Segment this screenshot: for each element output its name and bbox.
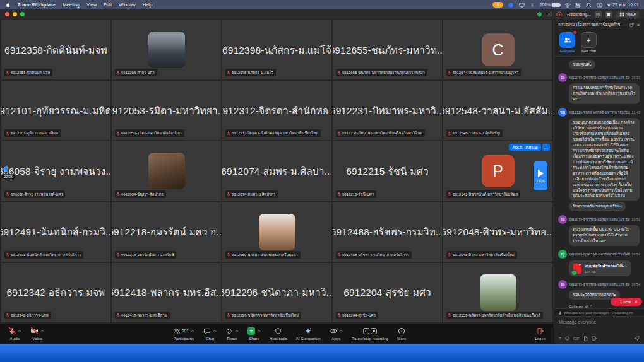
participant-avatar-photo — [148, 153, 185, 189]
participant-tile[interactable]: C6912644-เฉลิมเกียรติ-มหาวิทยาลัยบูรพา — [443, 20, 552, 79]
toolbar-host-tools-button[interactable]: Host tools — [265, 324, 292, 344]
wifi-icon[interactable] — [564, 2, 571, 8]
participant-tile[interactable]: 6912296-ชนิดาภา-มหาวิ...6912296-ชนิดาภา-… — [222, 263, 331, 322]
window-close-button[interactable] — [5, 12, 9, 16]
battery-indicator[interactable]: 100% — [540, 3, 560, 7]
chat-more-icon[interactable]: ⋯ — [623, 23, 627, 27]
pause-recording-button[interactable] — [595, 11, 602, 18]
menu-item-meeting[interactable]: Meeting — [63, 2, 80, 8]
tab-everyone[interactable]: Everyone — [559, 32, 575, 53]
dismiss-icon[interactable]: ✕ — [634, 300, 638, 305]
menu-clock[interactable]: พ. 27 พ.ย. 16:01 — [607, 1, 639, 8]
participant-tile[interactable]: 6912053-รมิตา-มหาวิทยา...6912053-รมิตา-ม… — [112, 81, 221, 140]
participant-name-text: 6912358-กิตตินันท์-มจพ — [11, 69, 50, 76]
chevron-up-icon[interactable] — [40, 329, 44, 332]
participant-tile[interactable]: 6912253-นลิตรา-มหาวิทยาลัยหัวเฉียวเฉลิมพ… — [443, 263, 552, 322]
participant-tile[interactable]: 6912655-ชนภัทร-มหาวิท...6912655-ชนภัทร-ม… — [333, 20, 442, 79]
stop-recording-button[interactable] — [605, 11, 612, 18]
toolbar-share-button[interactable]: Share — [243, 324, 265, 344]
input-source-icon[interactable] — [597, 2, 603, 8]
chevron-up-icon[interactable] — [339, 329, 343, 332]
toolbar-pause-stop-recording-button[interactable]: Pause/stop recording — [347, 324, 393, 344]
menu-item-window[interactable]: Window — [119, 2, 136, 8]
participant-tile[interactable]: 6912548-วาสนา-ม.อัสสัม...6912548-วาสนา-ม… — [443, 81, 552, 140]
app-status-icon[interactable] — [508, 2, 514, 8]
participant-name-label: 6912358-กิตตินันท์-มจพ — [4, 69, 52, 76]
participant-tile[interactable]: 6912342-อธิกวาร-มจพ6912342-อธิกวาร-มจพ — [1, 263, 110, 322]
mic-in-use-indicator[interactable] — [492, 2, 503, 8]
chat-message-list[interactable]: ขอบคุณค่ะจธ6912073-จุฑารัตน์-มอสมุท จอดิ… — [554, 57, 644, 308]
gallery-prev-page-button[interactable]: 22/26 — [2, 165, 15, 179]
control-center-icon[interactable] — [575, 2, 581, 8]
emoji-icon[interactable] — [565, 336, 569, 341]
apple-logo-icon[interactable] — [5, 2, 11, 8]
toolbar-chat-button[interactable]: Chat — [199, 324, 221, 344]
participant-tile[interactable]: 6912491-นันทนิกส์-กรมวิ...6912491-นันทนิ… — [1, 202, 110, 262]
chat-popout-icon[interactable] — [629, 23, 634, 27]
tab-new-chat[interactable]: + New chat — [581, 32, 597, 53]
bluetooth-icon[interactable]: ᛒ — [529, 2, 535, 8]
chat-input-area[interactable]: Message everyone T GIF — [554, 316, 644, 344]
participant-tile[interactable]: 6912218-อมรรัตน์ มศว อ...6912218-อมรรัตน… — [112, 202, 221, 262]
window-minimize-button[interactable] — [13, 12, 17, 16]
window-zoom-button[interactable] — [20, 12, 25, 16]
chevron-up-icon[interactable] — [213, 329, 217, 332]
participant-tile[interactable]: 6912215-รัชนี-มศว6912215-รัชนี-มศว — [333, 141, 442, 201]
menu-item-view[interactable]: View — [86, 2, 97, 8]
menu-item-edit[interactable]: Edit — [104, 2, 112, 8]
chevron-up-icon[interactable] — [257, 329, 261, 332]
chat-close-icon[interactable]: ✕ — [636, 23, 640, 27]
participant-tile[interactable]: 6912312-จิตรดา-สำนักหอ...6912312-จิตรดา-… — [222, 81, 331, 140]
participant-tile[interactable]: 6912101-อุทัยวรรณ-ม.มหิดล6912101-อุทัยวร… — [1, 81, 110, 140]
encryption-shield-icon[interactable] — [537, 11, 542, 18]
toolbar-react-button[interactable]: React — [221, 324, 243, 344]
participant-tile[interactable]: 6912204-สุรชัย-มศว6912204-สุรชัย-มศว — [333, 263, 442, 322]
view-button[interactable]: View — [616, 11, 639, 18]
sender-avatar: จธ — [558, 215, 567, 224]
participant-tile[interactable]: 6912398-นภัสกร-ม.แม่โจ้6912398-นภัสกร-ม.… — [222, 20, 331, 79]
participant-tile[interactable]: 6912650-นาตยา มรภ.พระนครศรีอยุธยา — [222, 202, 331, 262]
connection-quality-icon[interactable] — [546, 11, 552, 17]
participant-tile[interactable]: 6912024-ชัญญา-ศิลปากร — [112, 141, 221, 201]
file-attachment-card[interactable]: แบบฟอร์มคำนวณGO-...104 KB — [569, 260, 631, 276]
toolbar-item-label: Participants — [174, 336, 194, 341]
recording-cloud-icon — [556, 11, 563, 17]
attach-file-icon[interactable] — [583, 336, 588, 341]
toolbar-participants-button[interactable]: 601Participants — [169, 324, 199, 344]
participant-tile[interactable]: 6912231-ปัทมาพร-มหาวิ...6912231-ปัทมาพร-… — [333, 81, 442, 140]
toolbar-apps-button[interactable]: Apps — [325, 324, 347, 344]
format-text-icon[interactable]: T — [559, 337, 561, 341]
send-message-icon[interactable] — [634, 336, 640, 341]
participant-tile[interactable]: 6912048-ศิวพร-มหาวิทย...6912048-ศิวพร-มห… — [443, 202, 552, 262]
menu-item-help[interactable]: Help — [143, 2, 152, 8]
menu-item-zoom-workplace[interactable]: Zoom Workplace — [18, 2, 56, 8]
chevron-up-icon[interactable] — [18, 329, 21, 332]
chevron-up-icon[interactable] — [191, 329, 194, 332]
chat-privacy-text[interactable]: Who can see your messages? Recording on — [564, 311, 633, 315]
participant-name-text: 6912296-ชนิดาภา-มหาวิทยาลัยเชียงใหม่ — [232, 312, 299, 318]
sender-name: 6912126-ชยุตม์ พฤกษ์ดี-มหาวิทยาลัยเชียงใ… — [569, 110, 630, 115]
participant-tile[interactable]: 686058-จิรายุ งามพจนวง...686058-จิรายุ ง… — [1, 141, 110, 201]
chevron-up-icon[interactable] — [235, 329, 239, 332]
gallery-next-page-button[interactable]: 23/26 — [534, 161, 547, 190]
participant-name-label: 6912312-จิตรดา-สำนักหอสมุด มหาวิทยาลัยเช… — [225, 129, 321, 137]
new-messages-pill[interactable]: ↓1 new✕ — [611, 298, 642, 306]
participant-tile[interactable]: 6912418-พลากร-มทร.อีส...6912418-พลากร-มท… — [112, 263, 221, 322]
screenshot-icon[interactable] — [592, 336, 597, 341]
participant-tile[interactable]: 6912488-อรัชพร-กรมวิท...6912488-อรัชพร-ก… — [333, 202, 442, 262]
participant-tile[interactable]: 6912206-ศิวกร-มศว — [112, 20, 221, 79]
spotlight-search-icon[interactable] — [586, 2, 592, 8]
toolbar-video-button[interactable]: Video — [26, 324, 49, 344]
leave-button[interactable]: Leave — [530, 324, 550, 344]
gif-icon[interactable]: GIF — [573, 337, 580, 341]
ask-to-unmute-button[interactable]: Ask to unmute — [509, 144, 540, 151]
display-icon[interactable] — [518, 2, 525, 8]
ask-more-button[interactable]: … — [542, 144, 550, 151]
toolbar-ai-companion-button[interactable]: AI Companion — [292, 324, 325, 344]
message-input-placeholder[interactable]: Message everyone — [559, 320, 640, 333]
participant-tile[interactable]: 6912074-สมพร-ม.ศิลปา...6912074-สมพร-ม.ศิ… — [222, 141, 331, 201]
participant-tile[interactable]: 6912358-กิตตินันท์-มจพ6912358-กิตตินันท์… — [1, 20, 110, 79]
toolbar-audio-button[interactable]: Audio — [4, 324, 26, 344]
participant-name-text: 6912204-สุรชัย-มศว — [342, 312, 376, 318]
toolbar-more-button[interactable]: More — [393, 324, 410, 344]
